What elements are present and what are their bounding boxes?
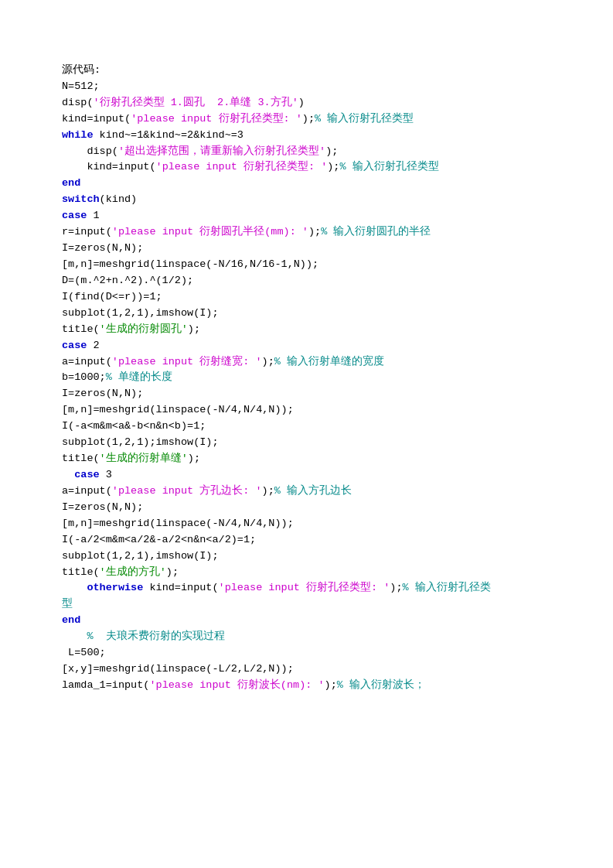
code-segment: kind=input( [62,161,156,173]
code-segment: (kind) [100,193,138,205]
code-line: subplot(1,2,1),imshow(I); [62,306,551,322]
code-segment: 2 [87,340,99,351]
code-segment: input 方孔边长: ' [156,485,262,497]
code-segment: ); [262,356,274,367]
code-line: kind=input('please input 衍射孔径类型: ');% 输入… [62,159,551,176]
code-line: case 2 [62,338,551,354]
code-line: a=input('please input 方孔边长: ');% 输入方孔边长 [62,484,551,500]
code-segment: title( [62,566,100,578]
code-line: [m,n]=meshgrid(linspace(-N/4,N/4,N)); [62,402,551,419]
code-segment: % 输入衍射圆孔的半径 [321,226,431,238]
code-segment: case [62,340,87,351]
code-line: L=500; [62,645,551,661]
code-segment: while [62,129,94,141]
code-segment: [m,n]=meshgrid(linspace(-N/16,N/16-1,N))… [62,258,318,270]
code-line: title('生成的衍射单缝'); [62,451,551,467]
code-segment: I=zeros(N,N); [62,501,143,513]
code-segment [62,630,87,642]
code-segment: '生成的衍射单缝' [100,453,188,464]
code-segment: ); [327,161,339,173]
code-line: title('生成的方孔'); [62,565,551,581]
code-line: otherwise kind=input('please input 衍射孔径类… [62,580,551,596]
code-segment: subplot(1,2,1),imshow(I); [62,307,219,319]
code-segment: case [62,469,100,480]
code-segment: input 衍射圆孔半径(mm): ' [156,226,308,238]
code-line: N=512; [62,79,551,95]
code-segment: % 输入衍射孔径类型 [339,161,438,173]
code-segment: N=512; [62,80,100,92]
code-segment: kind=input( [143,582,218,593]
code-segment: please [156,679,194,691]
code-line: I(-a<m&m<a&-b<n&n<b)=1; [62,419,551,435]
code-segment: input 衍射孔径类型: ' [262,582,390,593]
code-line: r=input('please input 衍射圆孔半径(mm): ');% 输… [62,224,551,241]
code-segment: ); [262,485,274,497]
code-line: [x,y]=meshgrid(linspace(-L/2,L/2,N)); [62,661,551,678]
code-segment: title( [62,323,100,335]
code-segment: input 衍射波长(nm): ' [193,679,324,691]
code-segment: % 输入方孔边长 [274,485,352,497]
code-line: a=input('please input 衍射缝宽: ');% 输入衍射单缝的… [62,354,551,371]
code-segment: disp( [62,97,94,108]
code-segment: [m,n]=meshgrid(linspace(-N/4,N/4,N)); [62,404,294,415]
code-segment: ); [390,582,402,593]
code-segment: ) [298,97,305,108]
code-segment: disp( [62,145,118,157]
code-segment: '生成的衍射圆孔' [100,323,188,335]
code-segment: I(-a<m&m<a&-b<n&n<b)=1; [62,420,206,432]
code-line: I(find(D<=r))=1; [62,289,551,306]
code-line: % 夫琅禾费衍射的实现过程 [62,629,551,645]
code-segment: ); [302,113,315,125]
code-segment: 1 [87,210,99,221]
code-segment: % 输入衍射孔径类型 [315,113,414,125]
code-segment: ); [188,323,200,335]
code-segment: '超出选择范围，请重新输入衍射孔径类型' [118,145,325,157]
code-segment: '生成的方孔' [100,566,166,578]
code-segment: L=500; [62,647,106,658]
code-segment: 3 [100,469,112,480]
code-segment: case [62,210,87,221]
code-line: end [62,176,551,192]
code-segment: % 输入衍射波长； [337,679,425,691]
code-line: subplot(1,2,1),imshow(I); [62,548,551,565]
code-segment: ); [188,453,200,464]
code-line: [m,n]=meshgrid(linspace(-N/16,N/16-1,N))… [62,257,551,273]
code-segment: lamda_1=input( [62,679,149,691]
code-line: while kind~=1&kind~=2&kind~=3 [62,128,551,144]
code-line: I=zeros(N,N); [62,500,551,516]
code-segment: % 夫琅禾费衍射的实现过程 [87,630,224,642]
code-line: 源代码: [62,63,551,79]
code-segment: 型 [62,598,73,610]
code-segment: kind~=1&kind~=2&kind~=3 [94,129,243,141]
code-segment: otherwise [62,582,143,593]
code-segment: please [118,485,156,497]
code-line: 型 [62,596,551,613]
code-line: I(-a/2<m&m<a/2&-a/2<n&n<a/2)=1; [62,532,551,548]
code-segment: ' [112,356,118,367]
code-segment: ); [308,226,321,238]
code-segment: ); [325,679,337,691]
code-segment: ' [156,161,162,173]
code-line: D=(m.^2+n.^2).^(1/2); [62,273,551,289]
code-segment: r=input( [62,226,112,238]
code-line: I=zeros(N,N); [62,386,551,402]
code-segment: please [225,582,263,593]
code-container: 源代码:N=512;disp('衍射孔径类型 1.圆孔 2.单缝 3.方孔')k… [62,46,551,694]
code-segment: % 输入衍射单缝的宽度 [274,356,384,367]
code-line: switch(kind) [62,192,551,208]
code-segment: switch [62,193,100,205]
code-segment: ' [112,226,118,238]
code-segment: end [62,177,80,189]
code-segment: subplot(1,2,1);imshow(I); [62,436,219,448]
code-line: b=1000;% 单缝的长度 [62,370,551,386]
code-segment: title( [62,453,100,464]
code-segment: [m,n]=meshgrid(linspace(-N/4,N/4,N)); [62,518,294,529]
code-line: I=zeros(N,N); [62,241,551,257]
code-segment: ' [219,582,225,593]
code-segment: input 衍射孔径类型: ' [175,113,302,125]
code-segment: ); [325,145,338,157]
code-segment: please [118,356,156,367]
code-line: case 1 [62,208,551,224]
code-segment: '衍射孔径类型 1.圆孔 2.单缝 3.方孔' [94,97,298,108]
code-segment: [x,y]=meshgrid(linspace(-L/2,L/2,N)); [62,663,294,675]
